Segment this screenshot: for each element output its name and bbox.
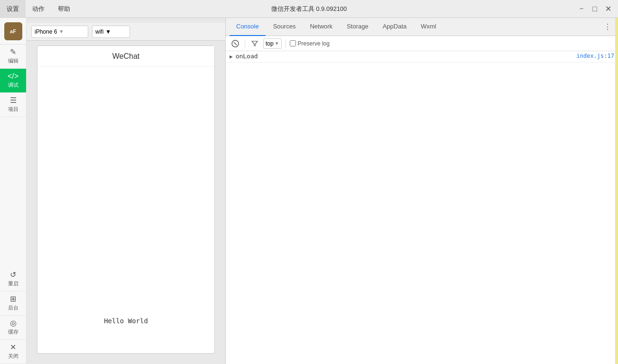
sidebar-close-label: 关闭 (8, 353, 18, 360)
tab-sources[interactable]: Sources (267, 18, 303, 36)
devtools-toolbar: top ▼ Preserve log (226, 36, 618, 51)
right-edge-marker (615, 18, 618, 364)
cache-icon: ◎ (10, 319, 17, 327)
sidebar-item-restart[interactable]: ↺ 重启 (0, 267, 26, 291)
toolbar-separator-2 (286, 39, 286, 48)
network-selector[interactable]: wifi ▼ (92, 26, 130, 38)
sidebar-cache-label: 缓存 (8, 328, 18, 336)
phone-app-title: WeChat (112, 52, 140, 61)
tab-network[interactable]: Network (303, 18, 339, 36)
preserve-log-label[interactable]: Preserve log (290, 40, 330, 47)
sidebar-item-debug[interactable]: </> 调试 (0, 69, 26, 93)
close-button[interactable]: ✕ (602, 3, 614, 15)
editor-icon: ✎ (10, 48, 16, 56)
window-title: 微信开发者工具 0.9.092100 (271, 5, 347, 13)
minimize-button[interactable]: － (575, 3, 588, 15)
console-entry-text: onLoad (236, 53, 577, 60)
menu-actions[interactable]: 动作 (26, 0, 51, 18)
title-bar: 设置 动作 帮助 微信开发者工具 0.9.092100 － □ ✕ (0, 0, 618, 18)
restart-icon: ↺ (10, 271, 16, 279)
device-bar: iPhone 6 ▼ wifi ▼ (27, 23, 225, 41)
menu-help[interactable]: 帮助 (51, 0, 77, 18)
sidebar-backend-label: 后台 (8, 304, 18, 311)
sidebar-item-editor[interactable]: ✎ 编辑 (0, 45, 26, 69)
console-output: ▶ onLoad index.js:17 (226, 51, 618, 364)
preserve-log-checkbox[interactable] (290, 40, 296, 46)
sidebar: aF ✎ 编辑 </> 调试 ☰ 项目 ↺ 重启 ⊞ 后台 ◎ 缓存 ✕ (0, 18, 27, 364)
tab-storage[interactable]: Storage (340, 18, 375, 36)
phone-content: Hello World (37, 67, 214, 353)
clear-console-button[interactable] (230, 38, 241, 49)
sidebar-item-close[interactable]: ✕ 关闭 (0, 340, 26, 364)
window-controls: － □ ✕ (575, 3, 618, 15)
device-chevron-icon: ▼ (59, 29, 64, 34)
console-line: ▶ onLoad index.js:17 (226, 51, 618, 63)
main-content: aF ✎ 编辑 </> 调试 ☰ 项目 ↺ 重启 ⊞ 后台 ◎ 缓存 ✕ (0, 18, 618, 364)
preserve-log-text: Preserve log (298, 40, 330, 47)
phone-frame: WeChat Hello World (37, 46, 215, 354)
debug-icon: </> (8, 73, 18, 80)
device-selector[interactable]: iPhone 6 ▼ (31, 26, 88, 38)
toolbar-separator-1 (245, 39, 245, 48)
phone-hello-world: Hello World (104, 317, 148, 325)
sidebar-avatar-area: aF (0, 18, 26, 45)
menu-settings[interactable]: 设置 (0, 0, 26, 18)
sidebar-editor-label: 编辑 (8, 57, 18, 64)
preview-area: iPhone 6 ▼ wifi ▼ WeChat Hello World (27, 18, 226, 364)
devtools-more-button[interactable]: ⋮ (601, 20, 614, 34)
network-chevron-icon: ▼ (105, 28, 111, 35)
devtools-tab-bar: Console Sources Network Storage AppData … (226, 18, 618, 36)
close-sidebar-icon: ✕ (10, 344, 16, 351)
console-source-link[interactable]: index.js:17 (577, 53, 614, 59)
backend-icon: ⊞ (10, 295, 16, 303)
menu-bar: 设置 动作 帮助 (0, 0, 77, 18)
device-name: iPhone 6 (35, 28, 57, 35)
maximize-button[interactable]: □ (589, 3, 601, 15)
context-label: top (266, 40, 274, 47)
svg-line-1 (234, 42, 237, 45)
context-selector[interactable]: top ▼ (263, 38, 282, 49)
tab-wxml[interactable]: Wxml (414, 18, 443, 36)
sidebar-project-label: 项目 (8, 106, 18, 113)
sidebar-item-backend[interactable]: ⊞ 后台 (0, 291, 26, 316)
devtools-panel: Console Sources Network Storage AppData … (226, 18, 618, 364)
sidebar-item-project[interactable]: ☰ 项目 (0, 93, 26, 117)
tab-console[interactable]: Console (230, 18, 266, 36)
avatar[interactable]: aF (4, 22, 22, 40)
sidebar-item-cache[interactable]: ◎ 缓存 (0, 316, 26, 340)
phone-title-bar: WeChat (37, 46, 214, 67)
context-arrow-icon: ▼ (275, 41, 279, 46)
sidebar-debug-label: 调试 (8, 82, 18, 89)
network-name: wifi (95, 28, 103, 35)
project-icon: ☰ (10, 97, 17, 104)
console-expand-arrow[interactable]: ▶ (230, 53, 233, 60)
tab-appdata[interactable]: AppData (376, 18, 414, 36)
sidebar-restart-label: 重启 (8, 280, 18, 287)
filter-button[interactable] (249, 38, 260, 49)
